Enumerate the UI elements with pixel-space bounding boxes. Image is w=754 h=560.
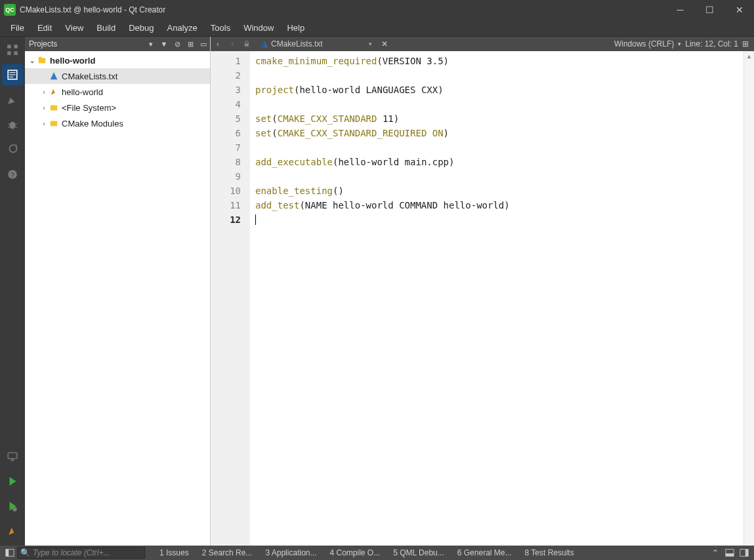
debug-mode-icon[interactable] [2, 114, 23, 135]
debug-run-icon[interactable] [2, 496, 23, 517]
editor-toolbar: ‹ › CMakeLists.txt ▾ ✕ Windows (CRLF) ▾ … [211, 37, 754, 51]
locator-placeholder: Type to locate (Ctrl+... [33, 548, 110, 557]
add-split-icon[interactable]: ⊞ [184, 37, 197, 50]
menu-help[interactable]: Help [280, 20, 311, 35]
tree-item-label: CMakeLists.txt [62, 71, 117, 81]
project-panel: Projects ▾ ▼ ⊘ ⊞ ▭ ⌄hello-worldCMakeList… [25, 37, 211, 546]
app-icon: QC [4, 4, 16, 16]
help-mode-icon[interactable]: ? [2, 164, 23, 185]
svg-rect-19 [39, 57, 42, 59]
menu-debug[interactable]: Debug [122, 20, 160, 35]
mode-sidebar: ? [0, 37, 25, 546]
folder-icon [49, 102, 59, 113]
tree-item-label: <File System> [62, 103, 116, 113]
encoding-label[interactable]: Windows (CRLF) [614, 39, 674, 49]
folder-icon [49, 118, 59, 129]
chevron-right-icon[interactable]: › [39, 89, 49, 96]
svg-point-8 [10, 122, 16, 129]
tree-item[interactable]: ⌄hello-world [25, 52, 210, 68]
editor-tab-label: CMakeLists.txt [271, 39, 323, 49]
projects-mode-icon[interactable] [2, 139, 23, 160]
tree-item[interactable]: ›<File System> [25, 100, 210, 115]
chevron-right-icon[interactable]: › [39, 120, 49, 127]
output-tab[interactable]: 2 Search Re... [196, 548, 259, 557]
svg-text:?: ? [10, 172, 14, 179]
output-tab[interactable]: 4 Compile O... [323, 548, 387, 557]
svg-rect-22 [245, 43, 249, 47]
output-tab[interactable]: 3 Application... [259, 548, 323, 557]
svg-rect-28 [745, 550, 748, 557]
line-gutter: 123456789101112 [211, 51, 250, 546]
chevron-down-icon[interactable]: ⌄ [28, 57, 37, 64]
menu-tools[interactable]: Tools [204, 20, 237, 35]
code-editor[interactable]: 123456789101112 cmake_minimum_required(V… [211, 51, 754, 546]
project-panel-title: Projects [29, 39, 144, 49]
cmake-icon [49, 71, 59, 81]
title-bar: QC CMakeLists.txt @ hello-world - Qt Cre… [0, 0, 754, 20]
menu-build[interactable]: Build [90, 20, 122, 35]
menu-window[interactable]: Window [237, 20, 280, 35]
output-tab[interactable]: 6 General Me... [451, 548, 518, 557]
edit-mode-icon[interactable] [2, 64, 23, 85]
locator-input[interactable]: 🔍 Type to locate (Ctrl+... [17, 547, 145, 559]
svg-rect-0 [7, 45, 11, 49]
project-tree[interactable]: ⌄hello-worldCMakeLists.txt›hello-world›<… [25, 51, 210, 546]
svg-rect-18 [39, 58, 46, 64]
menu-analyze[interactable]: Analyze [161, 20, 204, 35]
encoding-dropdown-icon[interactable]: ▾ [678, 41, 681, 47]
svg-rect-15 [8, 452, 17, 458]
run-icon[interactable] [2, 471, 23, 492]
tab-close-icon[interactable]: ✕ [381, 39, 388, 49]
menu-file[interactable]: File [4, 20, 31, 35]
menu-view[interactable]: View [58, 20, 90, 35]
nav-forward-icon[interactable]: › [225, 37, 240, 50]
toggle-output-icon[interactable] [723, 546, 737, 559]
filter-icon[interactable]: ▼ [157, 37, 171, 50]
svg-rect-2 [7, 51, 11, 55]
layout-icon[interactable]: ▭ [197, 37, 210, 50]
project-dropdown-icon[interactable]: ▾ [144, 37, 157, 50]
welcome-mode-icon[interactable] [2, 39, 23, 60]
tree-item-label: CMake Modules [62, 119, 123, 129]
cursor-pos-label[interactable]: Line: 12, Col: 1 [685, 39, 738, 49]
project-icon [37, 55, 47, 66]
code-content[interactable]: cmake_minimum_required(VERSION 3.5) proj… [250, 51, 754, 546]
chevron-right-icon[interactable]: › [39, 104, 49, 111]
svg-rect-26 [726, 553, 734, 556]
tree-item[interactable]: ›hello-world [25, 84, 210, 100]
minimize-button[interactable]: ─ [665, 0, 695, 20]
cmake-file-icon [259, 39, 268, 49]
svg-point-17 [12, 507, 17, 511]
output-tab[interactable]: 8 Test Results [518, 548, 581, 557]
menu-bar: FileEditViewBuildDebugAnalyzeToolsWindow… [0, 20, 754, 37]
output-tab[interactable]: 1 Issues [153, 548, 196, 557]
close-button[interactable]: ✕ [724, 0, 754, 20]
toggle-sidebar-icon[interactable] [3, 546, 17, 559]
output-tab[interactable]: 5 QML Debu... [387, 548, 451, 557]
svg-rect-21 [51, 121, 58, 127]
split-icon[interactable]: ⊞ [742, 39, 749, 49]
menu-edit[interactable]: Edit [31, 20, 58, 35]
toggle-right-icon[interactable] [737, 546, 751, 559]
target-icon [49, 87, 59, 97]
svg-rect-24 [6, 550, 9, 557]
design-mode-icon[interactable] [2, 89, 23, 110]
nav-back-icon[interactable]: ‹ [211, 37, 225, 50]
link-icon[interactable]: ⊘ [171, 37, 184, 50]
window-title: CMakeLists.txt @ hello-world - Qt Creato… [20, 5, 665, 14]
svg-line-11 [8, 127, 10, 127]
maximize-button[interactable]: ☐ [695, 0, 724, 20]
target-selector-icon[interactable] [2, 446, 23, 467]
output-up-icon[interactable]: ⌃ [708, 546, 723, 559]
tree-item[interactable]: CMakeLists.txt [25, 68, 210, 84]
status-bar: 🔍 Type to locate (Ctrl+... 1 Issues2 Sea… [0, 546, 754, 560]
vertical-scrollbar[interactable]: ▲ [744, 51, 754, 546]
scroll-up-icon[interactable]: ▲ [744, 51, 754, 62]
editor-tab[interactable]: CMakeLists.txt ▾ [254, 37, 377, 51]
lock-icon[interactable] [240, 37, 254, 50]
build-icon[interactable] [2, 521, 23, 542]
tree-item[interactable]: ›CMake Modules [25, 115, 210, 131]
search-icon: 🔍 [20, 548, 30, 557]
tab-dropdown-icon[interactable]: ▾ [369, 41, 372, 47]
svg-rect-20 [51, 106, 58, 111]
